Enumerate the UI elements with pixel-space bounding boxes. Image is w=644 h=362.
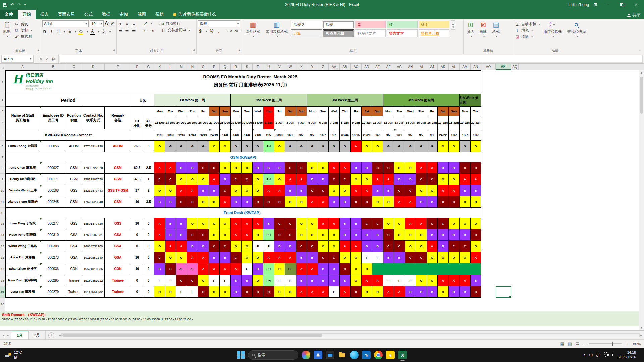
al-days-cell[interactable]: 1 <box>143 174 154 185</box>
position-cell[interactable]: GSM <box>66 196 82 208</box>
align-top-icon[interactable]: ⌅ <box>118 21 123 26</box>
shift-cell[interactable]: B <box>285 185 296 196</box>
shift-cell[interactable]: O <box>231 185 242 196</box>
shift-cell[interactable]: O <box>209 218 220 229</box>
row-header-8[interactable]: 8 <box>0 162 5 174</box>
increase-decimal-button[interactable]: ←.0 <box>227 29 232 33</box>
shift-cell[interactable]: O <box>405 229 416 241</box>
align-left-icon[interactable]: ☰ <box>118 28 123 33</box>
al-days-cell[interactable]: 0 <box>143 286 154 298</box>
shift-cell[interactable]: O <box>165 185 176 196</box>
taskbar-icon-monitor[interactable] <box>326 351 334 359</box>
shift-cell[interactable]: O <box>318 162 329 174</box>
forecast-cell[interactable]: 16/7 <box>285 129 296 141</box>
shift-cell[interactable]: O <box>383 196 394 208</box>
shift-cell[interactable]: C <box>274 218 285 229</box>
underline-button[interactable]: U <box>56 29 60 34</box>
shift-cell[interactable]: O <box>241 241 253 252</box>
shift-cell[interactable]: A <box>187 185 198 196</box>
shift-cell[interactable]: B <box>329 263 340 275</box>
vertical-scrollbar[interactable]: ▲ ▼ <box>639 70 644 330</box>
shift-cell[interactable]: O <box>460 218 471 229</box>
shift-cell[interactable]: C <box>362 196 373 208</box>
employee-id-cell[interactable]: 000036 <box>40 263 66 275</box>
shift-cell[interactable]: A <box>405 196 416 208</box>
row-header-15[interactable]: 15 <box>0 241 5 252</box>
shift-cell[interactable]: B <box>176 162 187 174</box>
ot-hours-cell[interactable]: 0 <box>131 286 143 298</box>
shift-cell[interactable]: A <box>274 252 285 263</box>
shift-cell[interactable]: G <box>416 141 427 152</box>
staff-name-cell[interactable]: Kimi Yuan 袁宇嵘鸣 <box>5 275 40 286</box>
shift-cell[interactable]: A <box>165 241 176 252</box>
shift-cell[interactable]: A <box>427 162 438 174</box>
shift-cell[interactable]: B <box>176 229 187 241</box>
shift-cell[interactable]: G <box>329 141 340 152</box>
shift-cell[interactable]: A <box>340 162 351 174</box>
cell-style-适中[interactable]: 适中 <box>419 21 449 28</box>
insert-function-icon[interactable]: fx <box>52 56 55 61</box>
shift-cell[interactable]: A <box>329 218 340 229</box>
remark-cell[interactable]: GSS TF GSM <box>105 185 131 196</box>
shift-cell[interactable]: C <box>263 196 274 208</box>
shift-cell[interactable]: A <box>438 185 449 196</box>
row-header-1[interactable]: 1 <box>0 70 5 94</box>
shift-cell[interactable]: O <box>220 141 231 152</box>
shift-cell[interactable]: O <box>296 218 307 229</box>
menu-tab-视图[interactable]: 视图 <box>133 10 151 19</box>
shift-cell[interactable]: F <box>220 275 231 286</box>
ot-hours-cell[interactable]: 10 <box>131 263 143 275</box>
shift-cell[interactable]: O <box>416 229 427 241</box>
shift-cell[interactable]: C <box>372 218 383 229</box>
shift-cell[interactable]: C <box>340 263 351 275</box>
shift-cell[interactable]: O <box>198 275 209 286</box>
shift-cell[interactable]: C <box>231 174 242 185</box>
scroll-up-icon[interactable]: ▲ <box>640 70 643 75</box>
shift-cell[interactable]: C <box>416 174 427 185</box>
align-center-icon[interactable]: ☰ <box>125 28 129 33</box>
ot-hours-cell[interactable]: 0 <box>131 241 143 252</box>
taskbar-weather[interactable]: 12°C阴 <box>0 350 26 359</box>
shift-cell[interactable]: A <box>274 185 285 196</box>
insert-cells-button[interactable]: ⊞插入▾ <box>465 20 476 39</box>
shift-cell[interactable]: B <box>241 275 253 286</box>
shift-cell[interactable]: B <box>329 275 340 286</box>
shift-cell[interactable]: C <box>154 252 165 263</box>
shift-cell[interactable]: O <box>362 286 373 298</box>
shift-cell[interactable]: B <box>351 162 362 174</box>
style-gallery-scroll[interactable]: ▲▼⊼ <box>451 20 455 30</box>
row-header-13[interactable]: 13 <box>0 218 5 229</box>
shift-cell[interactable]: B <box>438 162 449 174</box>
row-header-18[interactable]: 18 <box>0 275 5 286</box>
shift-cell[interactable]: O <box>296 229 307 241</box>
staff-name-cell[interactable]: Belinda Wang 王萍 <box>5 185 40 196</box>
forecast-cell[interactable]: 9/7 <box>383 129 394 141</box>
shift-cell[interactable]: O <box>231 162 242 174</box>
taskbar-icon-paint[interactable] <box>302 351 310 359</box>
shift-cell[interactable]: F <box>394 275 405 286</box>
shift-cell[interactable]: C <box>460 241 471 252</box>
shift-cell[interactable]: O <box>274 174 285 185</box>
tell-me-box[interactable]: 告诉我你想要做什么 <box>168 10 221 19</box>
contact-cell[interactable]: 15180859212 <box>82 275 105 286</box>
shift-cell[interactable]: C <box>154 174 165 185</box>
shift-cell[interactable]: A <box>241 218 253 229</box>
shift-cell[interactable]: G <box>231 141 242 152</box>
autosum-button[interactable]: Σ自动求和▾ <box>515 22 540 27</box>
find-select-button[interactable]: 查找和选择▾ <box>565 20 588 39</box>
shift-cell[interactable]: O <box>154 185 165 196</box>
shift-cell[interactable]: C <box>253 286 264 298</box>
shift-cell[interactable]: O <box>405 162 416 174</box>
font-color-button[interactable]: A <box>90 29 95 35</box>
align-right-icon[interactable]: ☰ <box>131 28 136 33</box>
column-header-AG[interactable]: AG <box>394 64 405 70</box>
forecast-cell[interactable]: 9/7 <box>416 129 427 141</box>
volume-icon[interactable] <box>611 354 613 356</box>
shift-cell[interactable]: C <box>209 162 220 174</box>
shift-cell[interactable]: G <box>340 141 351 152</box>
column-header-K[interactable]: K <box>154 64 165 70</box>
shift-cell[interactable]: O <box>198 174 209 185</box>
shift-cell[interactable]: C <box>285 162 296 174</box>
shift-cell[interactable]: O <box>471 141 482 152</box>
shift-cell[interactable]: C <box>220 241 231 252</box>
